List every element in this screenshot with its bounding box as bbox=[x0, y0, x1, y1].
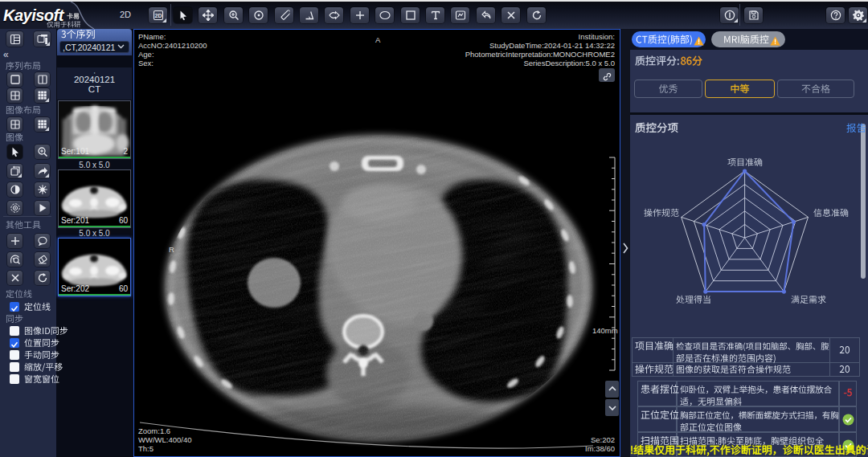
svg-text:2D: 2D bbox=[154, 13, 162, 18]
